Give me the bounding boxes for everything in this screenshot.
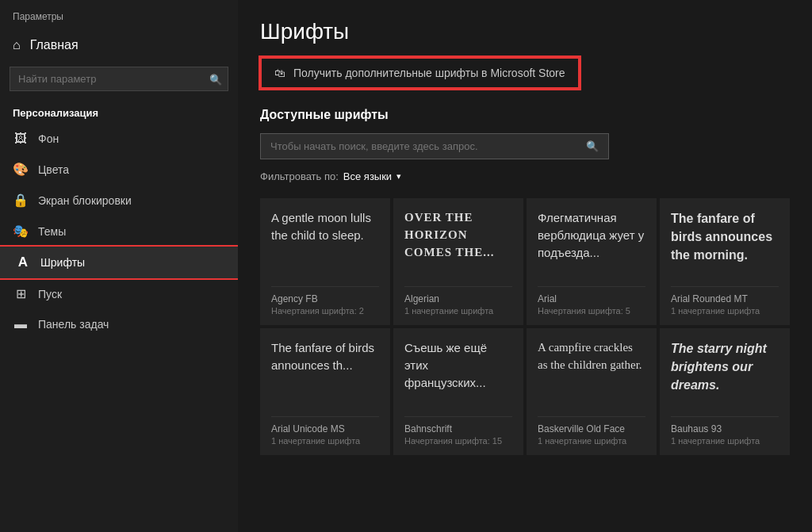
font-preview-agency: A gentle moon lulls the child to sleep. xyxy=(271,209,379,277)
cveta-icon: 🎨 xyxy=(13,162,29,177)
font-card-footer-baskerville: Baskerville Old Face 1 начертание шрифта xyxy=(538,416,645,446)
home-label: Главная xyxy=(30,38,79,52)
sidebar-item-home[interactable]: ⌂ Главная xyxy=(0,30,238,60)
font-name-arial-rounded: Arial Rounded MT xyxy=(671,293,779,304)
fonts-search-bar[interactable]: 🔍 xyxy=(260,133,609,159)
font-card-baskerville[interactable]: A campfire crackles as the children gath… xyxy=(527,328,657,455)
font-name-arial: Arial xyxy=(538,293,645,304)
sidebar: Параметры ⌂ Главная 🔍 Персонализация 🖼 Ф… xyxy=(0,0,238,532)
fon-icon: 🖼 xyxy=(13,132,29,146)
sidebar-label-fon: Фон xyxy=(38,132,59,145)
font-name-arial-unicode: Arial Unicode MS xyxy=(271,423,379,434)
store-button-label: Получить дополнительные шрифты в Microso… xyxy=(293,67,565,79)
font-card-agency-fb[interactable]: A gentle moon lulls the child to sleep. … xyxy=(260,198,390,325)
sidebar-label-pusk: Пуск xyxy=(38,288,62,300)
font-name-algerian: Algerian xyxy=(404,293,512,304)
font-name-bahnschrift: Bahnschrift xyxy=(404,423,512,434)
font-card-footer-arial-unicode: Arial Unicode MS 1 начертание шрифта xyxy=(271,416,379,446)
font-card-footer-bauhaus: Bauhaus 93 1 начертание шрифта xyxy=(671,416,779,446)
font-preview-arial-unicode: The fanfare of birds announces th... xyxy=(271,339,379,407)
available-fonts-title: Доступные шрифты xyxy=(260,108,790,122)
font-styles-bahnschrift: Начертания шрифта: 15 xyxy=(404,436,512,446)
font-styles-arial-unicode: 1 начертание шрифта xyxy=(271,436,379,446)
font-card-footer-agency: Agency FB Начертания шрифта: 2 xyxy=(271,286,379,316)
sidebar-label-panel: Панель задач xyxy=(38,318,109,331)
search-input[interactable] xyxy=(10,67,228,91)
main-content: Шрифты 🛍 Получить дополнительные шрифты … xyxy=(238,0,812,532)
font-preview-bauhaus: The starry night brightens our dreams. xyxy=(671,339,779,407)
font-card-arial-unicode[interactable]: The fanfare of birds announces th... Ari… xyxy=(260,328,390,455)
font-card-arial[interactable]: Флегматичная верблюдица жует у подъезда.… xyxy=(527,198,657,325)
temy-icon: 🎭 xyxy=(13,224,29,239)
font-card-footer-arial-rounded: Arial Rounded MT 1 начертание шрифта xyxy=(671,286,779,316)
sidebar-item-pusk[interactable]: ⊞ Пуск xyxy=(0,278,238,309)
sidebar-item-cveta[interactable]: 🎨 Цвета xyxy=(0,154,238,185)
panel-icon: ▬ xyxy=(13,317,29,331)
font-styles-agency: Начертания шрифта: 2 xyxy=(271,306,379,316)
ms-store-button[interactable]: 🛍 Получить дополнительные шрифты в Micro… xyxy=(260,57,580,89)
filter-row: Фильтровать по: Все языки ▾ xyxy=(260,170,790,182)
font-card-footer-algerian: Algerian 1 начертание шрифта xyxy=(404,286,512,316)
font-styles-algerian: 1 начертание шрифта xyxy=(404,306,512,316)
font-preview-arial-rounded: The fanfare of birds announces the morni… xyxy=(671,209,779,277)
sidebar-item-shrifty[interactable]: A Шрифты xyxy=(0,247,238,278)
font-card-bahnschrift[interactable]: Съешь же ещё этих французских... Bahnsch… xyxy=(393,328,523,455)
sidebar-item-temy[interactable]: 🎭 Темы xyxy=(0,216,238,247)
font-preview-algerian: OVER THE HORIZON COMES THE... xyxy=(404,209,512,277)
font-name-baskerville: Baskerville Old Face xyxy=(538,423,645,434)
ekran-icon: 🔒 xyxy=(13,193,29,208)
page-title: Шрифты xyxy=(260,19,790,44)
font-preview-baskerville: A campfire crackles as the children gath… xyxy=(538,339,645,407)
font-card-algerian[interactable]: OVER THE HORIZON COMES THE... Algerian 1… xyxy=(393,198,523,325)
font-card-footer-arial: Arial Начертания шрифта: 5 xyxy=(538,286,645,316)
search-icon: 🔍 xyxy=(209,73,222,85)
home-icon: ⌂ xyxy=(13,38,21,52)
sidebar-label-temy: Темы xyxy=(38,225,66,238)
app-title: Параметры xyxy=(0,0,238,30)
font-preview-arial: Флегматичная верблюдица жует у подъезда.… xyxy=(538,209,645,277)
fonts-search-input[interactable] xyxy=(270,140,586,152)
font-card-footer-bahnschrift: Bahnschrift Начертания шрифта: 15 xyxy=(404,416,512,446)
font-card-bauhaus[interactable]: The starry night brightens our dreams. B… xyxy=(660,328,790,455)
sidebar-label-ekran: Экран блокировки xyxy=(38,194,132,207)
fonts-search-icon: 🔍 xyxy=(586,140,599,152)
filter-label: Фильтровать по: xyxy=(260,170,339,182)
sidebar-item-ekran[interactable]: 🔒 Экран блокировки xyxy=(0,185,238,216)
search-container: 🔍 xyxy=(10,67,228,91)
fonts-grid: A gentle moon lulls the child to sleep. … xyxy=(260,198,790,455)
font-name-agency: Agency FB xyxy=(271,293,379,304)
font-preview-bahnschrift: Съешь же ещё этих французских... xyxy=(404,339,512,407)
shrifty-icon: A xyxy=(15,255,31,270)
filter-value[interactable]: Все языки xyxy=(343,170,392,182)
font-styles-bauhaus: 1 начертание шрифта xyxy=(671,436,779,446)
font-styles-baskerville: 1 начертание шрифта xyxy=(538,436,645,446)
font-card-arial-rounded[interactable]: The fanfare of birds announces the morni… xyxy=(660,198,790,325)
chevron-down-icon[interactable]: ▾ xyxy=(396,171,401,182)
sidebar-item-fon[interactable]: 🖼 Фон xyxy=(0,124,238,154)
store-icon: 🛍 xyxy=(274,67,285,79)
sidebar-label-cveta: Цвета xyxy=(38,163,69,176)
pusk-icon: ⊞ xyxy=(13,286,29,301)
font-styles-arial: Начертания шрифта: 5 xyxy=(538,306,645,316)
font-styles-arial-rounded: 1 начертание шрифта xyxy=(671,306,779,316)
sidebar-label-shrifty: Шрифты xyxy=(40,256,85,269)
section-title: Персонализация xyxy=(0,98,238,124)
font-name-bauhaus: Bauhaus 93 xyxy=(671,423,779,434)
sidebar-item-panel[interactable]: ▬ Панель задач xyxy=(0,309,238,339)
